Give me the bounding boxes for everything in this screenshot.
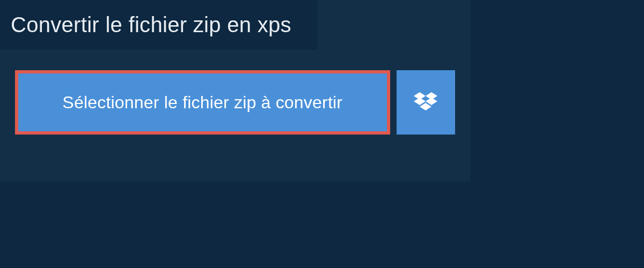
select-file-label: Sélectionner le fichier zip à convertir xyxy=(62,93,342,113)
converter-panel: Convertir le fichier zip en xps Sélectio… xyxy=(0,0,470,182)
dropbox-icon xyxy=(414,92,437,113)
dropbox-button[interactable] xyxy=(397,70,455,135)
title-bar: Convertir le fichier zip en xps xyxy=(0,0,317,50)
button-row: Sélectionner le fichier zip à convertir xyxy=(0,50,470,155)
select-file-button[interactable]: Sélectionner le fichier zip à convertir xyxy=(15,70,390,135)
page-title: Convertir le fichier zip en xps xyxy=(11,13,291,36)
